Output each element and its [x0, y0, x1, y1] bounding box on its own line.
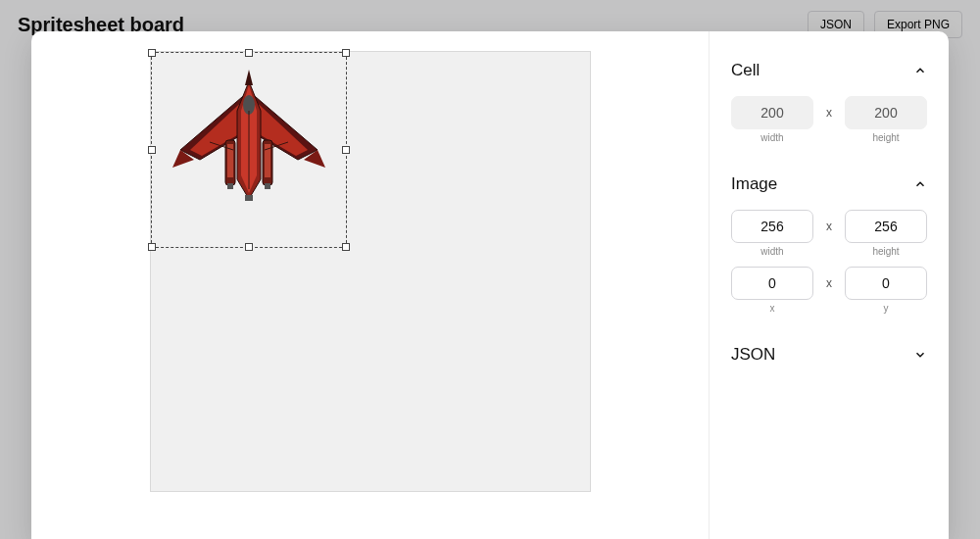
section-header-cell[interactable]: Cell	[731, 57, 927, 90]
resize-handle-ne[interactable]	[342, 49, 350, 57]
image-height-pair: height	[845, 210, 927, 257]
cell-height-label: height	[872, 132, 899, 143]
section-title: JSON	[731, 345, 775, 365]
board-area	[31, 31, 709, 539]
image-size-row: width x height	[731, 210, 927, 257]
dimension-separator: x	[823, 276, 835, 304]
image-y-label: y	[884, 303, 889, 314]
cell-height-pair: 200 height	[845, 96, 927, 143]
image-width-input[interactable]	[731, 210, 813, 243]
chevron-down-icon	[913, 348, 927, 362]
image-x-pair: x	[731, 267, 813, 314]
resize-handle-n[interactable]	[245, 49, 253, 57]
resize-handle-sw[interactable]	[148, 243, 156, 251]
chevron-up-icon	[913, 64, 927, 77]
cell-selection[interactable]	[151, 52, 347, 248]
cell-width-pair: 200 width	[731, 96, 813, 143]
dimension-separator: x	[823, 220, 835, 247]
resize-handle-s[interactable]	[245, 243, 253, 251]
resize-handle-nw[interactable]	[148, 49, 156, 57]
section-title: Cell	[731, 61, 760, 80]
properties-panel: Cell 200 width x 200 height Image width	[709, 31, 949, 539]
image-y-pair: y	[845, 267, 927, 314]
resize-handle-w[interactable]	[148, 146, 156, 154]
image-x-label: x	[770, 303, 775, 314]
spritesheet-canvas[interactable]	[150, 51, 591, 492]
resize-handle-se[interactable]	[342, 243, 350, 251]
dimension-separator: x	[823, 106, 835, 133]
section-title: Image	[731, 174, 777, 194]
image-height-input[interactable]	[845, 210, 927, 243]
resize-handle-e[interactable]	[342, 146, 350, 154]
image-x-input[interactable]	[731, 267, 813, 300]
section-header-image[interactable]: Image	[731, 171, 927, 204]
image-height-label: height	[872, 246, 899, 257]
chevron-up-icon	[913, 177, 927, 191]
image-y-input[interactable]	[845, 267, 927, 300]
editor-modal: Cell 200 width x 200 height Image width	[31, 31, 949, 539]
image-width-label: width	[760, 246, 783, 257]
image-pos-row: x x y	[731, 267, 927, 314]
cell-height-value: 200	[845, 96, 927, 129]
section-header-json[interactable]: JSON	[731, 341, 927, 374]
image-width-pair: width	[731, 210, 813, 257]
cell-width-label: width	[760, 132, 783, 143]
cell-width-value: 200	[731, 96, 813, 129]
cell-size-row: 200 width x 200 height	[731, 96, 927, 143]
